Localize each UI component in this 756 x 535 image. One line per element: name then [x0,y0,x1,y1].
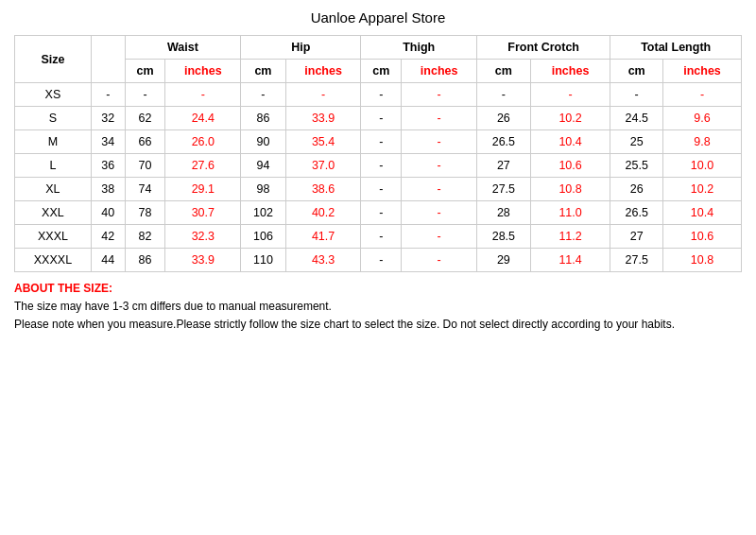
table-row: XL387429.19838.6--27.510.82610.2 [15,178,742,201]
store-title: Uanloe Apparel Store [14,9,742,26]
table-row: L367027.69437.0--2710.625.510.0 [15,154,742,178]
size-header: Size [15,36,92,83]
table-row: XXXL428232.310641.7--28.511.22710.6 [15,225,742,249]
table-row: XS----------- [15,83,742,107]
thigh-group-header: Thigh [361,36,477,60]
waist-cm-header: cm [125,60,165,83]
waist-inches-header: inches [165,60,241,83]
tl-cm-header: cm [610,60,663,83]
fc-inches-header: inches [530,60,610,83]
thigh-inches-header: inches [402,60,477,83]
note-section: ABOUT THE SIZE: The size may have 1-3 cm… [14,280,742,335]
waist-group-header: Waist [125,36,241,60]
table-row: XXXXL448633.911043.3--2911.427.510.8 [15,249,742,272]
hip-inches-header: inches [285,60,361,83]
table-row: M346626.09035.4--26.510.4259.8 [15,130,742,154]
totallength-group-header: Total Length [610,36,742,60]
size-chart: Size Waist Hip Thigh Front Crotch Total … [14,35,742,272]
fc-cm-header: cm [476,60,530,83]
waist-num-header [91,36,125,83]
table-row: S326224.48633.9--2610.224.59.6 [15,107,742,130]
note-line2: Please note when you measure.Please stri… [14,318,675,331]
note-title: ABOUT THE SIZE: [14,282,112,295]
frontcrotch-group-header: Front Crotch [476,36,610,60]
tl-inches-header: inches [663,60,742,83]
hip-group-header: Hip [241,36,361,60]
table-row: XXL407830.710240.2--2811.026.510.4 [15,201,742,225]
note-line1: The size may have 1-3 cm differs due to … [14,300,332,313]
hip-cm-header: cm [241,60,286,83]
thigh-cm-header: cm [361,60,402,83]
